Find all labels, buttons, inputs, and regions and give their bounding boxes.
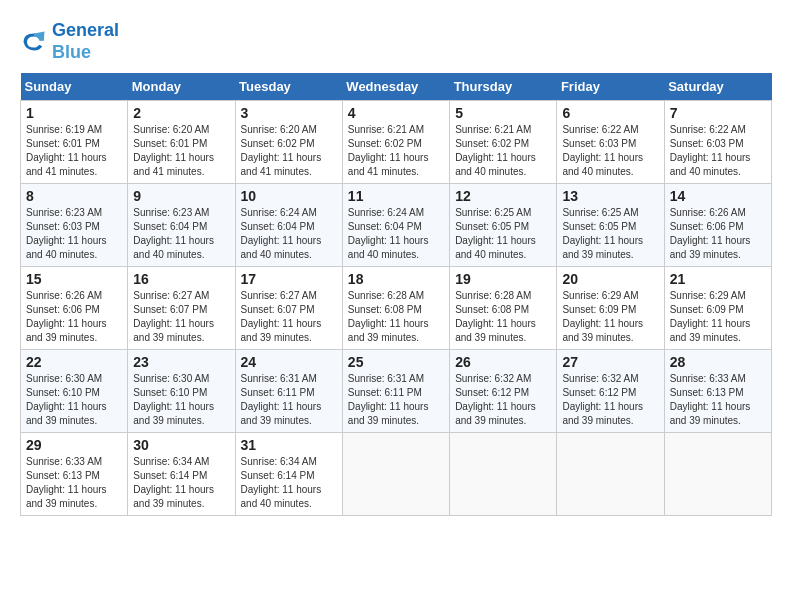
day-number: 5 (455, 105, 551, 121)
logo-icon (20, 28, 48, 56)
day-number: 2 (133, 105, 229, 121)
weekday-sunday: Sunday (21, 73, 128, 101)
day-info: Sunrise: 6:21 AMSunset: 6:02 PMDaylight:… (455, 124, 536, 177)
day-number: 30 (133, 437, 229, 453)
day-number: 21 (670, 271, 766, 287)
week-row-4: 22 Sunrise: 6:30 AMSunset: 6:10 PMDaylig… (21, 350, 772, 433)
day-cell-9: 9 Sunrise: 6:23 AMSunset: 6:04 PMDayligh… (128, 184, 235, 267)
empty-cell (557, 433, 664, 516)
empty-cell (450, 433, 557, 516)
day-number: 18 (348, 271, 444, 287)
day-number: 29 (26, 437, 122, 453)
calendar-table: SundayMondayTuesdayWednesdayThursdayFrid… (20, 73, 772, 516)
day-info: Sunrise: 6:22 AMSunset: 6:03 PMDaylight:… (562, 124, 643, 177)
logo: General Blue (20, 20, 119, 63)
weekday-friday: Friday (557, 73, 664, 101)
day-cell-22: 22 Sunrise: 6:30 AMSunset: 6:10 PMDaylig… (21, 350, 128, 433)
day-cell-24: 24 Sunrise: 6:31 AMSunset: 6:11 PMDaylig… (235, 350, 342, 433)
day-info: Sunrise: 6:25 AMSunset: 6:05 PMDaylight:… (562, 207, 643, 260)
day-cell-29: 29 Sunrise: 6:33 AMSunset: 6:13 PMDaylig… (21, 433, 128, 516)
week-row-5: 29 Sunrise: 6:33 AMSunset: 6:13 PMDaylig… (21, 433, 772, 516)
day-info: Sunrise: 6:33 AMSunset: 6:13 PMDaylight:… (26, 456, 107, 509)
day-number: 23 (133, 354, 229, 370)
day-number: 28 (670, 354, 766, 370)
day-info: Sunrise: 6:31 AMSunset: 6:11 PMDaylight:… (241, 373, 322, 426)
day-number: 22 (26, 354, 122, 370)
day-info: Sunrise: 6:24 AMSunset: 6:04 PMDaylight:… (348, 207, 429, 260)
weekday-wednesday: Wednesday (342, 73, 449, 101)
day-cell-17: 17 Sunrise: 6:27 AMSunset: 6:07 PMDaylig… (235, 267, 342, 350)
day-number: 17 (241, 271, 337, 287)
day-number: 11 (348, 188, 444, 204)
day-number: 19 (455, 271, 551, 287)
day-info: Sunrise: 6:28 AMSunset: 6:08 PMDaylight:… (455, 290, 536, 343)
day-info: Sunrise: 6:26 AMSunset: 6:06 PMDaylight:… (670, 207, 751, 260)
day-cell-28: 28 Sunrise: 6:33 AMSunset: 6:13 PMDaylig… (664, 350, 771, 433)
day-cell-1: 1 Sunrise: 6:19 AMSunset: 6:01 PMDayligh… (21, 101, 128, 184)
day-info: Sunrise: 6:22 AMSunset: 6:03 PMDaylight:… (670, 124, 751, 177)
day-info: Sunrise: 6:32 AMSunset: 6:12 PMDaylight:… (455, 373, 536, 426)
week-row-1: 1 Sunrise: 6:19 AMSunset: 6:01 PMDayligh… (21, 101, 772, 184)
day-number: 8 (26, 188, 122, 204)
empty-cell (664, 433, 771, 516)
weekday-tuesday: Tuesday (235, 73, 342, 101)
weekday-saturday: Saturday (664, 73, 771, 101)
day-info: Sunrise: 6:32 AMSunset: 6:12 PMDaylight:… (562, 373, 643, 426)
day-info: Sunrise: 6:28 AMSunset: 6:08 PMDaylight:… (348, 290, 429, 343)
day-number: 26 (455, 354, 551, 370)
day-cell-5: 5 Sunrise: 6:21 AMSunset: 6:02 PMDayligh… (450, 101, 557, 184)
day-cell-12: 12 Sunrise: 6:25 AMSunset: 6:05 PMDaylig… (450, 184, 557, 267)
day-number: 25 (348, 354, 444, 370)
day-info: Sunrise: 6:33 AMSunset: 6:13 PMDaylight:… (670, 373, 751, 426)
day-cell-25: 25 Sunrise: 6:31 AMSunset: 6:11 PMDaylig… (342, 350, 449, 433)
day-cell-15: 15 Sunrise: 6:26 AMSunset: 6:06 PMDaylig… (21, 267, 128, 350)
empty-cell (342, 433, 449, 516)
day-cell-8: 8 Sunrise: 6:23 AMSunset: 6:03 PMDayligh… (21, 184, 128, 267)
day-info: Sunrise: 6:26 AMSunset: 6:06 PMDaylight:… (26, 290, 107, 343)
day-number: 13 (562, 188, 658, 204)
day-number: 12 (455, 188, 551, 204)
day-cell-14: 14 Sunrise: 6:26 AMSunset: 6:06 PMDaylig… (664, 184, 771, 267)
day-info: Sunrise: 6:34 AMSunset: 6:14 PMDaylight:… (133, 456, 214, 509)
day-cell-16: 16 Sunrise: 6:27 AMSunset: 6:07 PMDaylig… (128, 267, 235, 350)
weekday-header-row: SundayMondayTuesdayWednesdayThursdayFrid… (21, 73, 772, 101)
day-number: 7 (670, 105, 766, 121)
day-number: 24 (241, 354, 337, 370)
day-number: 9 (133, 188, 229, 204)
day-info: Sunrise: 6:30 AMSunset: 6:10 PMDaylight:… (26, 373, 107, 426)
day-cell-13: 13 Sunrise: 6:25 AMSunset: 6:05 PMDaylig… (557, 184, 664, 267)
logo-text: General Blue (52, 20, 119, 63)
day-cell-27: 27 Sunrise: 6:32 AMSunset: 6:12 PMDaylig… (557, 350, 664, 433)
day-info: Sunrise: 6:29 AMSunset: 6:09 PMDaylight:… (670, 290, 751, 343)
day-cell-4: 4 Sunrise: 6:21 AMSunset: 6:02 PMDayligh… (342, 101, 449, 184)
day-number: 3 (241, 105, 337, 121)
day-info: Sunrise: 6:20 AMSunset: 6:01 PMDaylight:… (133, 124, 214, 177)
day-info: Sunrise: 6:31 AMSunset: 6:11 PMDaylight:… (348, 373, 429, 426)
day-number: 6 (562, 105, 658, 121)
day-cell-30: 30 Sunrise: 6:34 AMSunset: 6:14 PMDaylig… (128, 433, 235, 516)
day-info: Sunrise: 6:19 AMSunset: 6:01 PMDaylight:… (26, 124, 107, 177)
weekday-thursday: Thursday (450, 73, 557, 101)
day-cell-18: 18 Sunrise: 6:28 AMSunset: 6:08 PMDaylig… (342, 267, 449, 350)
day-number: 15 (26, 271, 122, 287)
day-info: Sunrise: 6:20 AMSunset: 6:02 PMDaylight:… (241, 124, 322, 177)
day-cell-6: 6 Sunrise: 6:22 AMSunset: 6:03 PMDayligh… (557, 101, 664, 184)
day-info: Sunrise: 6:23 AMSunset: 6:04 PMDaylight:… (133, 207, 214, 260)
day-info: Sunrise: 6:27 AMSunset: 6:07 PMDaylight:… (133, 290, 214, 343)
day-cell-3: 3 Sunrise: 6:20 AMSunset: 6:02 PMDayligh… (235, 101, 342, 184)
day-cell-31: 31 Sunrise: 6:34 AMSunset: 6:14 PMDaylig… (235, 433, 342, 516)
day-number: 20 (562, 271, 658, 287)
day-info: Sunrise: 6:24 AMSunset: 6:04 PMDaylight:… (241, 207, 322, 260)
day-number: 4 (348, 105, 444, 121)
day-number: 31 (241, 437, 337, 453)
day-cell-10: 10 Sunrise: 6:24 AMSunset: 6:04 PMDaylig… (235, 184, 342, 267)
day-info: Sunrise: 6:23 AMSunset: 6:03 PMDaylight:… (26, 207, 107, 260)
weekday-monday: Monday (128, 73, 235, 101)
page-header: General Blue (20, 20, 772, 63)
day-cell-7: 7 Sunrise: 6:22 AMSunset: 6:03 PMDayligh… (664, 101, 771, 184)
day-cell-21: 21 Sunrise: 6:29 AMSunset: 6:09 PMDaylig… (664, 267, 771, 350)
day-info: Sunrise: 6:30 AMSunset: 6:10 PMDaylight:… (133, 373, 214, 426)
week-row-2: 8 Sunrise: 6:23 AMSunset: 6:03 PMDayligh… (21, 184, 772, 267)
day-cell-23: 23 Sunrise: 6:30 AMSunset: 6:10 PMDaylig… (128, 350, 235, 433)
day-info: Sunrise: 6:27 AMSunset: 6:07 PMDaylight:… (241, 290, 322, 343)
